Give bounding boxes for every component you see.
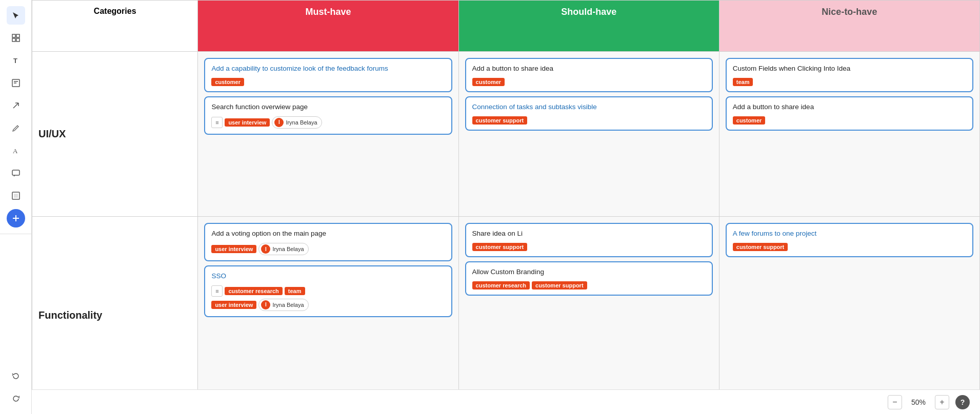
card-link[interactable]: Add a capability to customize look of th…: [211, 65, 388, 72]
card-func-should-2: Allow Custom Branding customer research …: [465, 261, 713, 296]
tag-team: team: [285, 287, 305, 295]
avatar-initial: I: [261, 300, 270, 309]
tag-customer: customer: [733, 116, 766, 125]
categories-label: Categories: [94, 7, 136, 15]
svg-rect-9: [14, 194, 18, 198]
card-tags: customer support: [472, 243, 706, 251]
list-icon: ≡: [211, 117, 223, 128]
card-func-nice-1: A few forums to one project customer sup…: [726, 223, 973, 257]
avatar-name: Iryna Belaya: [272, 246, 304, 252]
matrix-table: Categories Must-have Should-have Nice-to…: [32, 0, 980, 414]
card-tags: ≡ user interview I Iryna Belaya: [211, 116, 445, 129]
card-func-must-2: SSO ≡ customer research team user interv…: [204, 265, 452, 317]
uiux-must-cell: Add a capability to customize look of th…: [198, 52, 458, 217]
card-func-must-1: Add a voting option on the main page use…: [204, 223, 452, 261]
svg-rect-3: [16, 38, 19, 42]
func-must-cell: Add a voting option on the main page use…: [198, 217, 458, 414]
category-uiux: UI/UX: [32, 52, 198, 217]
avatar-name: Iryna Belaya: [272, 302, 304, 308]
uiux-should-cell: Add a button to share idea customer Conn…: [458, 52, 719, 217]
redo-icon[interactable]: [7, 389, 25, 408]
footer-bar: − 50% + ?: [32, 389, 980, 414]
card-tags: user interview I Iryna Belaya: [211, 243, 445, 255]
svg-text:T: T: [13, 57, 17, 65]
zoom-level: 50%: [908, 398, 929, 406]
must-have-label: Must-have: [305, 7, 351, 17]
func-should-cell: Share idea on Li customer support Allow …: [458, 217, 719, 414]
tag-user-interview: user interview: [211, 245, 256, 253]
card-link[interactable]: Connection of tasks and subtasks visible: [472, 103, 597, 111]
func-nice-cell: A few forums to one project customer sup…: [719, 217, 979, 414]
svg-rect-1: [16, 34, 19, 37]
frame-icon[interactable]: [7, 187, 25, 205]
svg-rect-2: [12, 38, 15, 42]
card-tags-row2: user interview I Iryna Belaya: [211, 299, 445, 311]
card-tags-row1: ≡ customer research team: [211, 285, 445, 297]
card-link[interactable]: A few forums to one project: [733, 230, 817, 237]
avatar-initial: I: [274, 118, 284, 127]
card-title: Connection of tasks and subtasks visible: [472, 102, 706, 112]
card-uiux-should-1: Add a button to share idea customer: [465, 58, 713, 92]
add-element-icon[interactable]: [7, 209, 25, 227]
card-uiux-should-2: Connection of tasks and subtasks visible…: [465, 96, 713, 131]
tag-customer-research: customer research: [225, 287, 282, 295]
categories-header: Categories: [32, 1, 198, 52]
card-title: Add a button to share idea: [472, 64, 706, 74]
tag-team: team: [733, 78, 753, 86]
should-have-header: Should-have: [458, 1, 719, 52]
font-style-icon[interactable]: A: [7, 141, 25, 160]
table-icon[interactable]: [7, 29, 25, 47]
card-title: Custom Fields when Clicking Into Idea: [733, 64, 966, 74]
card-link[interactable]: SSO: [211, 272, 226, 280]
card-title: Share idea on Li: [472, 229, 706, 239]
list-icon: ≡: [211, 285, 223, 297]
zoom-in-button[interactable]: +: [935, 395, 949, 409]
tag-customer-research: customer research: [472, 281, 530, 289]
card-tags: customer support: [733, 243, 966, 251]
tag-customer: customer: [211, 78, 244, 86]
tag-customer-support: customer support: [733, 243, 788, 251]
tag-customer-support: customer support: [472, 243, 528, 251]
help-button[interactable]: ?: [955, 395, 970, 409]
should-have-label: Should-have: [561, 7, 616, 17]
text-icon[interactable]: T: [7, 51, 25, 70]
card-uiux-nice-2: Add a button to share idea customer: [726, 96, 973, 131]
card-title: Allow Custom Branding: [472, 267, 706, 277]
tag-user-interview: user interview: [211, 301, 256, 309]
zoom-out-button[interactable]: −: [888, 395, 902, 409]
avatar-badge: I Iryna Belaya: [272, 116, 322, 129]
card-tags: team: [733, 78, 966, 86]
arrow-icon[interactable]: [7, 96, 25, 115]
card-uiux-must-1: Add a capability to customize look of th…: [204, 58, 452, 92]
tag-user-interview: user interview: [225, 118, 270, 127]
nice-to-have-header: Nice-to-have: [719, 1, 979, 52]
card-tags: customer support: [472, 116, 706, 125]
nice-to-have-label: Nice-to-have: [822, 7, 877, 17]
card-uiux-must-2: Search function overwiew page ≡ user int…: [204, 96, 452, 135]
card-title: A few forums to one project: [733, 229, 966, 239]
card-title: Search function overwiew page: [211, 102, 445, 112]
avatar-name: Iryna Belaya: [286, 119, 317, 126]
svg-rect-0: [12, 34, 15, 37]
tag-customer-support: customer support: [532, 281, 587, 289]
comment-icon[interactable]: [7, 164, 25, 182]
card-title: SSO: [211, 272, 445, 281]
tag-customer-support: customer support: [472, 116, 528, 125]
card-title: Add a capability to customize look of th…: [211, 64, 445, 74]
card-func-should-1: Share idea on Li customer support: [465, 223, 713, 257]
sticky-note-icon[interactable]: [7, 74, 25, 92]
main-content: Categories Must-have Should-have Nice-to…: [32, 0, 980, 414]
sidebar-divider: [0, 234, 31, 234]
pen-icon[interactable]: [7, 119, 25, 137]
table-row-functionality: Functionality Add a voting option on the…: [32, 217, 980, 414]
card-uiux-nice-1: Custom Fields when Clicking Into Idea te…: [726, 58, 973, 92]
avatar-initial: I: [261, 244, 270, 254]
card-tags: customer: [211, 78, 445, 86]
card-tags: customer: [733, 116, 966, 125]
undo-icon[interactable]: [7, 367, 25, 385]
table-row-uiux: UI/UX Add a capability to customize look…: [32, 52, 980, 217]
card-title: Add a button to share idea: [733, 102, 966, 112]
tag-customer: customer: [472, 78, 505, 86]
cursor-icon[interactable]: [7, 6, 25, 25]
svg-text:A: A: [13, 147, 18, 155]
